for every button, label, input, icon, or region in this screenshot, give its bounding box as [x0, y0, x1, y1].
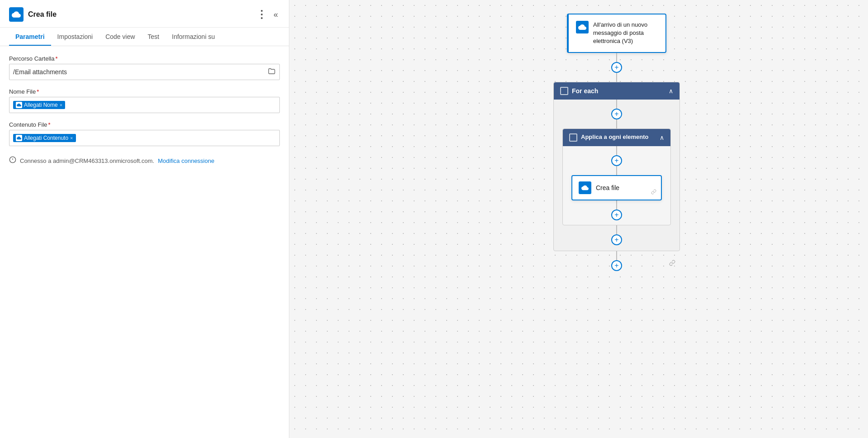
trigger-text: All'arrivo di un nuovo messaggio di post… — [593, 21, 658, 46]
trigger-link-icon — [669, 260, 675, 267]
apply-square-icon — [569, 133, 577, 142]
connector-line-inner-2 — [616, 146, 617, 155]
foreach-title: For each — [572, 87, 598, 95]
connector-1: + — [611, 53, 622, 82]
tab-test[interactable]: Test — [142, 28, 166, 46]
crea-node-icon-box — [579, 181, 591, 194]
add-step-button-1[interactable]: + — [611, 62, 622, 73]
trigger-node[interactable]: All'arrivo di un nuovo messaggio di post… — [567, 14, 666, 53]
trigger-cloud-icon — [578, 23, 586, 31]
panel-title-group: Crea file — [9, 7, 57, 22]
connector-line-1 — [616, 53, 617, 62]
tab-parametri[interactable]: Parametri — [9, 28, 51, 46]
connector-line-inner-2b — [616, 166, 617, 175]
nome-file-field-group: Nome File* Allegati Nome × — [9, 88, 280, 113]
more-options-button[interactable] — [259, 8, 264, 21]
connector-inner-2: + — [611, 146, 622, 175]
nome-tag-icon — [16, 102, 22, 108]
connector-final: + — [611, 251, 622, 271]
foreach-square-icon — [560, 87, 568, 95]
cloud-icon — [12, 10, 21, 19]
crea-file-node[interactable]: Crea file — [571, 175, 662, 200]
left-panel: Crea file « Parametri Impostazioni Code … — [0, 0, 289, 438]
nome-tag: Allegati Nome × — [13, 101, 65, 109]
connection-info: Connesso a admin@CRM463313.onmicrosoft.c… — [9, 156, 280, 165]
foreach-container[interactable]: For each ∧ + Applica a ogni elemento ∧ — [553, 82, 680, 251]
contenuto-tag-close[interactable]: × — [70, 135, 73, 141]
apply-title: Applica a ogni elemento — [581, 133, 649, 141]
connection-plug-icon — [9, 156, 16, 165]
form-content: Percorso Cartella* Nome File* — [0, 46, 289, 438]
add-step-button-final[interactable]: + — [611, 260, 622, 271]
connector-line-inner-1b — [616, 119, 617, 129]
percorso-cartella-input[interactable] — [13, 68, 268, 76]
percorso-cartella-label: Percorso Cartella* — [9, 55, 280, 62]
panel-title: Crea file — [28, 10, 57, 19]
add-step-button-inner-1[interactable]: + — [611, 109, 622, 119]
contenuto-tag-label: Allegati Contenuto — [24, 135, 68, 141]
chevron-left-icon: « — [274, 10, 278, 19]
add-step-button-inner-3[interactable]: + — [611, 209, 622, 220]
connector-line-inner-3 — [616, 200, 617, 209]
panel-header: Crea file « — [0, 0, 289, 28]
connection-text: Connesso a admin@CRM463313.onmicrosoft.c… — [20, 157, 154, 164]
connector-line-inner-1 — [616, 100, 617, 109]
add-step-button-foreach-bottom[interactable]: + — [611, 234, 622, 245]
contenuto-file-tag-field[interactable]: Allegati Contenuto × — [9, 130, 280, 146]
apply-container[interactable]: Applica a ogni elemento ∧ + — [562, 129, 671, 225]
percorso-cartella-field-group: Percorso Cartella* — [9, 55, 280, 80]
trigger-node-icon-box — [576, 21, 589, 33]
apply-header-left: Applica a ogni elemento — [569, 133, 649, 142]
crea-link-icon — [651, 189, 656, 196]
nome-tag-label: Allegati Nome — [24, 102, 58, 108]
crea-cloud-icon — [581, 184, 589, 191]
modifica-connessione-button[interactable]: Modifica connessione — [158, 157, 214, 164]
tab-impostazioni[interactable]: Impostazioni — [51, 28, 99, 46]
tab-informazioni-su[interactable]: Informazioni su — [165, 28, 221, 46]
nome-tag-close[interactable]: × — [60, 102, 62, 108]
cloud-icon-box — [9, 7, 24, 22]
contenuto-tag: Allegati Contenuto × — [13, 134, 76, 142]
connector-line-final — [616, 251, 617, 260]
connector-foreach-bottom: + — [611, 225, 622, 245]
contenuto-tag-icon — [16, 135, 22, 141]
contenuto-file-label: Contenuto File* — [9, 121, 280, 128]
connector-inner-1: + — [611, 100, 622, 129]
connector-inner-3: + — [611, 200, 622, 220]
foreach-header-left: For each — [560, 87, 598, 95]
tab-code-view[interactable]: Code view — [99, 28, 141, 46]
nome-file-label: Nome File* — [9, 88, 280, 95]
connector-line-foreach-bottom — [616, 225, 617, 234]
collapse-panel-button[interactable]: « — [272, 8, 280, 21]
panel-header-actions: « — [259, 8, 280, 21]
apply-header: Applica a ogni elemento ∧ — [563, 129, 670, 146]
foreach-header: For each ∧ — [554, 82, 679, 100]
flow-canvas: All'arrivo di un nuovo messaggio di post… — [289, 0, 868, 438]
apply-collapse-icon[interactable]: ∧ — [660, 134, 664, 141]
contenuto-file-field-group: Contenuto File* Allegati Contenuto × — [9, 121, 280, 146]
tabs-bar: Parametri Impostazioni Code view Test In… — [0, 28, 289, 46]
add-step-button-inner-2[interactable]: + — [611, 155, 622, 166]
percorso-cartella-input-wrapper[interactable] — [9, 64, 280, 80]
dots-icon — [261, 10, 263, 19]
connector-line-1b — [616, 73, 617, 82]
crea-file-text: Crea file — [596, 184, 619, 191]
folder-icon — [268, 67, 276, 77]
foreach-collapse-icon[interactable]: ∧ — [669, 87, 673, 95]
canvas-flow: All'arrivo di un nuovo messaggio di post… — [553, 14, 680, 271]
nome-file-tag-field[interactable]: Allegati Nome × — [9, 97, 280, 113]
